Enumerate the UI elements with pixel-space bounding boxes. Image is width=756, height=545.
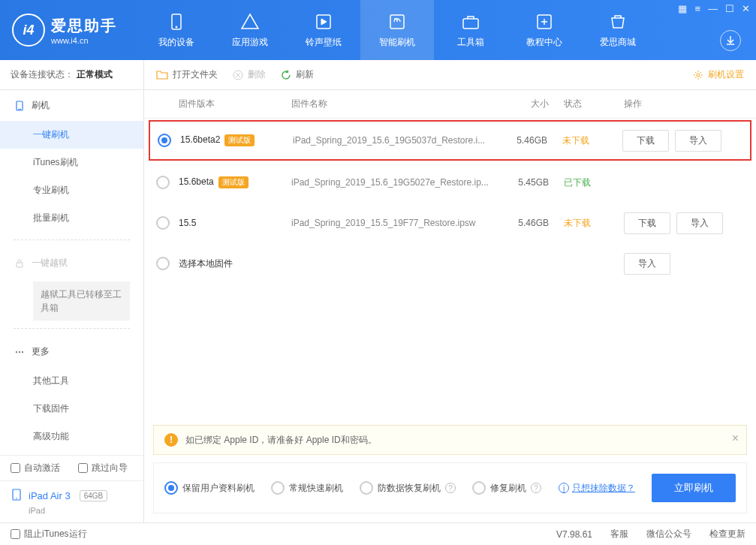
flash-mode-option[interactable]: 修复刷机? xyxy=(472,481,541,495)
firmware-name: iPad_Spring_2019_15.6_19G5037d_Restore.i… xyxy=(293,135,502,146)
app-url: www.i4.cn xyxy=(51,36,117,45)
firmware-size: 5.46GB xyxy=(504,218,564,228)
skip-guide-label: 跳过向导 xyxy=(92,462,128,474)
row-radio[interactable] xyxy=(156,216,170,230)
sidebar-group-more[interactable]: 更多 xyxy=(0,336,143,367)
option-label: 修复刷机 xyxy=(490,482,526,495)
maximize-icon[interactable]: ☐ xyxy=(725,3,734,14)
device-panel[interactable]: iPad Air 3 64GB iPad xyxy=(0,480,143,522)
table-header: 固件版本 固件名称 大小 状态 操作 xyxy=(144,90,756,119)
block-itunes-checkbox[interactable]: 阻止iTunes运行 xyxy=(11,528,87,540)
sidebar-item[interactable]: iTunes刷机 xyxy=(0,149,143,176)
sidebar-item[interactable]: 批量刷机 xyxy=(0,204,143,232)
auto-activate-checkbox[interactable]: 自动激活 xyxy=(11,462,60,474)
col-ops: 操作 xyxy=(624,98,744,110)
nav-icon xyxy=(240,12,260,32)
nav-item-2[interactable]: 铃声壁纸 xyxy=(287,0,360,60)
help-icon[interactable]: ? xyxy=(445,483,456,493)
sidebar-item[interactable]: 一键刷机 xyxy=(0,121,143,149)
nav-item-1[interactable]: 应用游戏 xyxy=(213,0,287,60)
menu-icon[interactable]: ≡ xyxy=(694,3,700,14)
grid-icon[interactable]: ▦ xyxy=(678,3,687,14)
jailbreak-note: 越狱工具已转移至工具箱 xyxy=(33,282,130,321)
firmware-size: 5.46GB xyxy=(502,135,562,146)
flash-mode-option[interactable]: 常规快速刷机 xyxy=(271,481,343,495)
option-label: 常规快速刷机 xyxy=(289,482,343,495)
nav-icon xyxy=(387,12,407,32)
row-radio[interactable] xyxy=(156,257,170,270)
row-radio[interactable] xyxy=(158,134,171,147)
import-button[interactable]: 导入 xyxy=(675,130,721,152)
firmware-status: 未下载 xyxy=(562,134,622,147)
import-button[interactable]: 导入 xyxy=(676,212,723,234)
option-label: 防数据恢复刷机 xyxy=(378,482,441,495)
firmware-size: 5.45GB xyxy=(504,177,564,188)
flash-mode-option[interactable]: 防数据恢复刷机? xyxy=(360,481,456,495)
flash-now-button[interactable]: 立即刷机 xyxy=(652,474,736,502)
logo: i4 爱思助手 www.i4.cn xyxy=(12,14,117,47)
table-row: 15.6beta测试版iPad_Spring_2019_15.6_19G5027… xyxy=(144,162,756,203)
minimize-icon[interactable]: — xyxy=(708,3,718,14)
download-manager-icon[interactable] xyxy=(720,30,741,51)
flash-mode-option[interactable]: 保留用户资料刷机 xyxy=(164,481,255,495)
sidebar-item[interactable]: 下载固件 xyxy=(0,395,143,423)
logo-icon: i4 xyxy=(12,14,45,47)
nav-item-3[interactable]: 智能刷机 xyxy=(360,0,434,60)
nav-icon xyxy=(608,12,628,32)
beta-tag: 测试版 xyxy=(218,176,248,188)
download-button[interactable]: 下载 xyxy=(624,212,670,234)
nav-icon xyxy=(461,12,480,32)
flash-settings-button[interactable]: 刷机设置 xyxy=(693,68,744,81)
firmware-version: 15.5 xyxy=(179,218,196,228)
sidebar-item[interactable]: 高级功能 xyxy=(0,423,143,450)
sidebar-group-flash[interactable]: 刷机 xyxy=(0,90,143,121)
refresh-label: 刷新 xyxy=(296,68,314,81)
nav-item-0[interactable]: 我的设备 xyxy=(140,0,213,60)
row-radio[interactable] xyxy=(156,176,170,189)
beta-tag: 测试版 xyxy=(224,134,255,146)
top-nav: 我的设备应用游戏铃声壁纸智能刷机工具箱教程中心爱思商城 xyxy=(140,0,655,60)
nav-item-4[interactable]: 工具箱 xyxy=(434,0,508,60)
col-size: 大小 xyxy=(504,98,564,110)
close-icon[interactable]: ✕ xyxy=(742,3,750,14)
flash-icon xyxy=(14,100,26,112)
open-folder-label: 打开文件夹 xyxy=(173,68,218,81)
delete-button[interactable]: 删除 xyxy=(233,68,266,81)
import-button[interactable]: 导入 xyxy=(624,253,670,275)
erase-link-label: 只想抹除数据？ xyxy=(572,482,635,495)
status-label: 设备连接状态： xyxy=(11,68,74,81)
customer-service-link[interactable]: 客服 xyxy=(610,528,628,540)
check-update-link[interactable]: 检查更新 xyxy=(709,528,745,540)
option-radio[interactable] xyxy=(271,481,285,495)
help-icon[interactable]: ? xyxy=(531,483,541,493)
download-button[interactable]: 下载 xyxy=(622,130,669,152)
window-controls: ▦ ≡ — ☐ ✕ xyxy=(678,3,750,14)
firmware-status: 已下载 xyxy=(564,176,624,189)
lock-icon xyxy=(14,257,26,269)
table-row: 选择本地固件导入 xyxy=(144,243,756,284)
svg-point-9 xyxy=(16,351,17,352)
svg-rect-8 xyxy=(17,263,23,267)
wechat-link[interactable]: 微信公众号 xyxy=(646,528,691,540)
nav-item-5[interactable]: 教程中心 xyxy=(508,0,581,60)
refresh-button[interactable]: 刷新 xyxy=(281,68,314,81)
sidebar-item[interactable]: 专业刷机 xyxy=(0,176,143,204)
device-type: iPad xyxy=(29,506,133,515)
col-version: 固件版本 xyxy=(179,98,291,110)
info-icon: i xyxy=(559,483,569,493)
connection-status: 设备连接状态： 正常模式 xyxy=(0,60,143,90)
nav-icon xyxy=(167,12,186,32)
option-radio[interactable] xyxy=(164,481,178,495)
erase-data-link[interactable]: i 只想抹除数据？ xyxy=(559,482,635,495)
option-radio[interactable] xyxy=(360,481,373,495)
svg-point-1 xyxy=(176,26,177,28)
nav-label: 应用游戏 xyxy=(232,36,268,49)
sidebar-group-jailbreak: 一键越狱 xyxy=(0,248,143,279)
open-folder-button[interactable]: 打开文件夹 xyxy=(156,68,218,81)
skip-guide-checkbox[interactable]: 跳过向导 xyxy=(78,462,128,474)
sidebar-item[interactable]: 其他工具 xyxy=(0,367,143,395)
device-capacity: 64GB xyxy=(80,490,108,501)
nav-item-6[interactable]: 爱思商城 xyxy=(581,0,655,60)
option-radio[interactable] xyxy=(472,481,486,495)
warning-close-icon[interactable]: × xyxy=(732,432,739,445)
